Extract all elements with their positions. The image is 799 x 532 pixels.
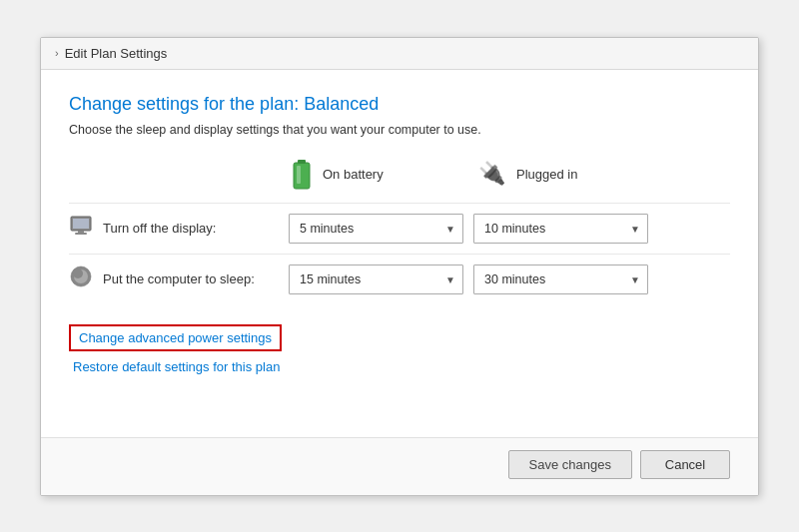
svg-rect-7	[75, 233, 87, 235]
restore-defaults-link[interactable]: Restore default settings for this plan	[69, 359, 730, 374]
svg-rect-6	[78, 231, 84, 233]
links-area: Change advanced power settings Restore d…	[69, 324, 730, 374]
display-battery-dropdown[interactable]: 1 minute2 minutes3 minutes5 minutes10 mi…	[289, 214, 463, 244]
sleep-setting-row: Put the computer to sleep: 1 minute2 min…	[69, 254, 730, 304]
svg-text:🔌: 🔌	[478, 160, 506, 187]
page-subtitle: Choose the sleep and display settings th…	[69, 123, 730, 137]
breadcrumb-label: Edit Plan Settings	[65, 46, 168, 61]
display-plugged-dropdown-wrapper: 1 minute2 minutes3 minutes5 minutes10 mi…	[473, 214, 648, 244]
sleep-setting-label: Put the computer to sleep:	[103, 271, 255, 286]
battery-column-label: On battery	[323, 167, 384, 182]
breadcrumb: › Edit Plan Settings	[41, 38, 758, 70]
display-setting-row: Turn off the display: 1 minute2 minutes3…	[69, 203, 730, 254]
plugged-column-header: 🔌 Plugged in	[478, 159, 668, 191]
sleep-dropdowns: 1 minute2 minutes3 minutes5 minutes10 mi…	[289, 265, 648, 294]
sleep-plugged-dropdown[interactable]: 1 minute2 minutes3 minutes5 minutes10 mi…	[473, 265, 648, 294]
monitor-icon	[69, 216, 93, 241]
settings-grid: Turn off the display: 1 minute2 minutes3…	[69, 203, 730, 304]
svg-point-10	[73, 268, 83, 278]
cancel-button[interactable]: Cancel	[640, 450, 730, 479]
svg-rect-2	[297, 166, 301, 184]
battery-icon	[289, 159, 315, 191]
battery-column-header: On battery	[289, 159, 478, 191]
sleep-battery-dropdown-wrapper: 1 minute2 minutes3 minutes5 minutes10 mi…	[289, 265, 463, 294]
sleep-battery-dropdown[interactable]: 1 minute2 minutes3 minutes5 minutes10 mi…	[289, 265, 463, 294]
sleep-plugged-dropdown-wrapper: 1 minute2 minutes3 minutes5 minutes10 mi…	[473, 265, 648, 294]
svg-rect-1	[298, 160, 306, 164]
breadcrumb-arrow: ›	[55, 47, 59, 59]
footer: Save changes Cancel	[41, 437, 758, 495]
plug-icon: 🔌	[478, 159, 508, 191]
column-headers: On battery 🔌 Plugged in	[69, 159, 730, 191]
svg-rect-0	[294, 163, 310, 189]
power-settings-window: › Edit Plan Settings Change settings for…	[40, 37, 759, 496]
main-content: Change settings for the plan: Balanced C…	[41, 70, 758, 437]
save-button[interactable]: Save changes	[508, 450, 632, 479]
sleep-label-area: Put the computer to sleep:	[69, 266, 289, 292]
page-title: Change settings for the plan: Balanced	[69, 94, 730, 115]
display-plugged-dropdown[interactable]: 1 minute2 minutes3 minutes5 minutes10 mi…	[473, 214, 648, 244]
moon-icon	[69, 266, 93, 292]
display-label-area: Turn off the display:	[69, 216, 289, 241]
display-dropdowns: 1 minute2 minutes3 minutes5 minutes10 mi…	[289, 214, 648, 244]
svg-rect-5	[73, 219, 89, 229]
display-battery-dropdown-wrapper: 1 minute2 minutes3 minutes5 minutes10 mi…	[289, 214, 463, 244]
advanced-power-settings-link[interactable]: Change advanced power settings	[69, 324, 282, 351]
display-setting-label: Turn off the display:	[103, 221, 216, 236]
plugged-column-label: Plugged in	[516, 167, 577, 182]
